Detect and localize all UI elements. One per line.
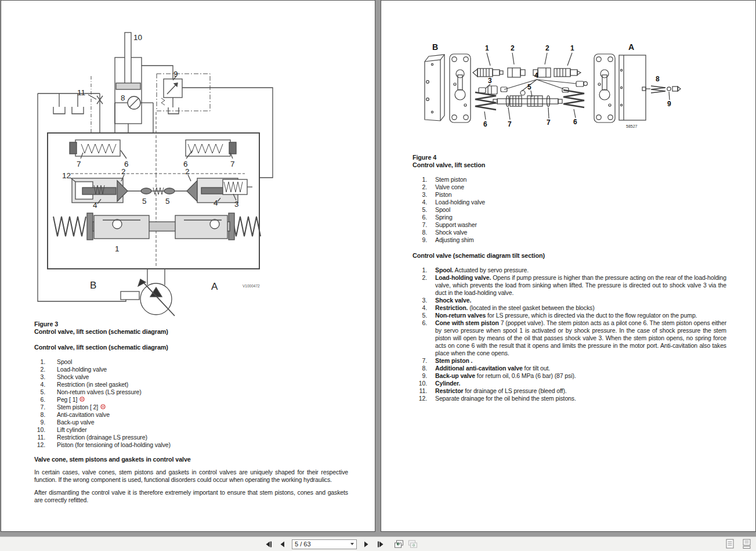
detail-list: 1.Spool. Actuated by servo pressure. 2.L… (413, 267, 726, 402)
drawing-number: 58527 (626, 124, 638, 128)
list-item: 9.Adjusting shim (413, 236, 726, 244)
page-layout-controls (725, 539, 752, 548)
list-item: 1.Spool (34, 358, 348, 366)
list-item: 8.Additional anti-cavitation valve for t… (413, 365, 726, 372)
document-page-right: B 1 2 2 1 3 4 5 6 7 7 6 A 8 9 58527 Figu… (381, 0, 756, 532)
list-item: 12.Separate drainage for the oil behind … (413, 395, 726, 402)
single-page-view-button[interactable] (725, 539, 735, 548)
diagram-label: 1 (115, 244, 120, 253)
diagram-label-A: A (211, 281, 218, 292)
diagram-label-B: B (432, 42, 438, 52)
drawing-number-watermark: V1000472 (243, 284, 260, 288)
document-page-left: 10 9 11 8 7 6 6 7 12 2 2 5 5 4 4 3 1 B A… (1, 0, 375, 532)
list-item: 2.Valve cone (413, 183, 726, 191)
diagram-label: 7 (77, 160, 81, 168)
diagram-label: 2 (121, 167, 126, 176)
page-indicator: 5 / 63 (295, 541, 311, 548)
diagram-label-B: B (90, 280, 96, 291)
diagram-label: 6 (483, 120, 487, 128)
diagram-label: 4 (214, 199, 218, 207)
diagram-label: 5 (165, 197, 170, 206)
list-item: 10.Lift cylinder (34, 426, 348, 434)
figure4-exploded-diagram: B 1 2 2 1 3 4 5 6 7 7 6 A 8 9 58527 (399, 24, 697, 140)
list-item: 7.Stem piston . (413, 357, 726, 365)
page-nav-controls: 5 / 63 (263, 537, 418, 551)
info-link-icon[interactable] (79, 396, 85, 404)
next-page-button[interactable] (361, 539, 371, 549)
previous-view-button[interactable] (393, 539, 404, 549)
subsection-heading: Valve cone, stem pistons and gaskets in … (34, 456, 348, 463)
diagram-label: 2 (511, 44, 515, 52)
diagram-label: 2 (185, 167, 190, 176)
figure-caption: Control valve, lift section (schematic d… (34, 328, 348, 336)
list-item: 8.Shock valve (413, 229, 726, 236)
diagram-label: 7 (508, 120, 512, 128)
list-item: 11.Restrictor for drainage of LS pressur… (413, 387, 726, 395)
list-item: 2.Load-holding valve. Opens if pump pres… (413, 274, 726, 297)
figure3-schematic-diagram: 10 9 11 8 7 6 6 7 12 2 2 5 5 4 4 3 1 B A… (1, 1, 376, 319)
list-item: 7.Support washer (413, 221, 726, 229)
list-item: 4.Restriction. (located in the steel gas… (413, 304, 726, 312)
list-item: 3.Shock valve. (413, 297, 726, 304)
section-heading: Control valve, lift section (schematic d… (34, 344, 348, 351)
list-item: 11.Restriction (drainage LS pressure) (34, 434, 348, 441)
diagram-label: 4 (93, 201, 97, 210)
section-heading: Control valve (schematic diagram tilt se… (413, 252, 726, 260)
list-item: 6.Peg [ 1] (34, 396, 348, 404)
diagram-label: 7 (547, 118, 551, 127)
last-page-button[interactable] (375, 539, 386, 549)
figure-caption: Control valve, lift section (413, 161, 726, 169)
parts-list: 1.Stem piston 2.Valve cone 3.Piston 4.Lo… (413, 176, 726, 244)
diagram-label: 8 (656, 75, 660, 83)
list-item: 4.Restriction (in steel gasket) (34, 381, 348, 388)
previous-page-button[interactable] (277, 539, 288, 549)
diagram-label: 1 (485, 44, 489, 52)
list-item: 7.Stem piston [ 2] (34, 404, 348, 411)
list-item: 6.Spring (413, 214, 726, 221)
diagram-label: 1 (570, 44, 574, 52)
diagram-label: 8 (121, 93, 125, 102)
info-link-icon[interactable] (100, 404, 106, 411)
page-number-combobox[interactable]: 5 / 63 (292, 539, 357, 549)
list-item: 10.Cylinder. (413, 380, 726, 387)
figure-label: Figure 3 (34, 320, 348, 328)
first-page-button[interactable] (263, 539, 273, 549)
scrolling-view-button[interactable] (741, 539, 752, 548)
list-item: 6.Cone with stem piston 7 (poppet valve)… (413, 319, 726, 357)
list-item: 5.Non-return valves (LS pressure) (34, 388, 348, 396)
diagram-label: 3 (488, 77, 492, 85)
figure-label: Figure 4 (413, 154, 726, 161)
list-item: 3.Piston (413, 191, 726, 199)
body-paragraph: In certain cases, valve cones, stem pist… (34, 469, 348, 484)
pdf-navigation-toolbar: 5 / 63 (0, 536, 756, 551)
list-item: 3.Shock valve (34, 373, 348, 381)
list-item: 1.Stem piston (413, 176, 726, 183)
list-item: 8.Anti-cavitation valve (34, 411, 348, 419)
diagram-label: 7 (230, 160, 235, 168)
list-item: 12.Piston (for tensioning of load-holdin… (34, 441, 348, 449)
list-item: 2.Load-holding valve (34, 366, 348, 373)
diagram-label: 10 (133, 33, 142, 42)
list-item: 1.Spool. Actuated by servo pressure. (413, 267, 726, 274)
list-item: 5.Non-return valves for LS pressure, whi… (413, 312, 726, 319)
parts-list: 1.Spool 2.Load-holding valve 3.Shock val… (34, 358, 348, 449)
next-view-button[interactable] (408, 539, 418, 549)
diagram-label-A: A (628, 42, 634, 52)
diagram-label: 12 (62, 171, 71, 180)
diagram-label: 9 (173, 70, 178, 78)
right-page-text: Figure 4 Control valve, lift section 1.S… (413, 154, 726, 402)
list-item: 4.Load-holding valve (413, 199, 726, 206)
chevron-down-icon[interactable] (350, 543, 354, 545)
left-page-text: Figure 3 Control valve, lift section (sc… (34, 320, 348, 504)
pdf-viewer: 10 9 11 8 7 6 6 7 12 2 2 5 5 4 4 3 1 B A… (0, 0, 756, 551)
diagram-label: 9 (667, 100, 671, 108)
diagram-label: 5 (527, 83, 531, 91)
list-item: 9.Back-up valve for return oil, 0.6 MPa … (413, 372, 726, 380)
diagram-label: 2 (545, 44, 549, 52)
diagram-label: 6 (573, 118, 577, 126)
list-item: 5.Spool (413, 206, 726, 214)
diagram-label: 4 (534, 71, 538, 80)
diagram-label: 11 (77, 88, 85, 97)
list-item: 9.Back-up valve (34, 419, 348, 426)
diagram-label: 3 (234, 200, 239, 208)
